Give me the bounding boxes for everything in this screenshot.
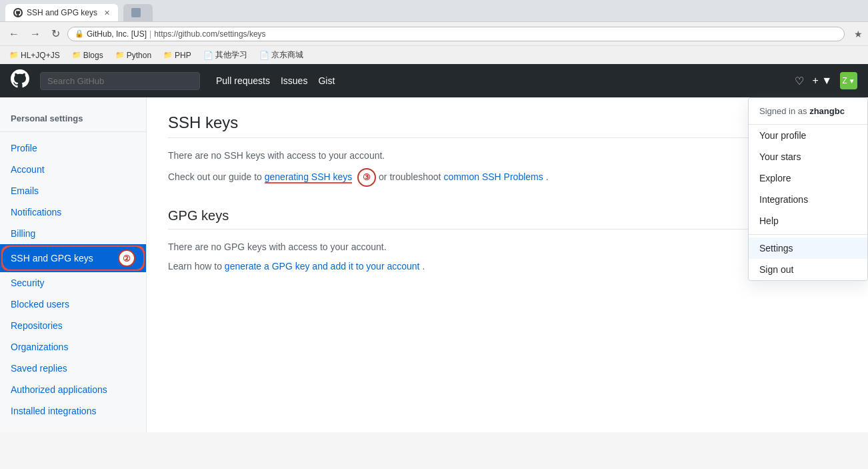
nav-gist[interactable]: Gist [318,75,335,86]
bookmark-jd[interactable]: 📄 京东商城 [255,48,307,62]
active-tab[interactable]: SSH and GPG keys ✕ [5,4,118,21]
bookmark-other[interactable]: 📄 其他学习 [199,48,251,62]
ssh-common-problems-link[interactable]: common SSH Problems [443,171,543,182]
page-content: Personal settings Profile Account Emails… [0,97,868,432]
tab-close-button[interactable]: ✕ [104,9,110,17]
dropdown-explore[interactable]: Explore [749,167,867,189]
url-full: https://github.com/settings/keys [154,29,265,39]
sidebar-item-ssh-gpg-keys[interactable]: SSH and GPG keys ② [0,244,146,272]
page-icon: 📄 [203,51,213,60]
sidebar-item-billing[interactable]: Billing [0,223,146,244]
browser-toolbar: ← → ↻ 🔒 GitHub, Inc. [US] | https://gith… [0,21,868,45]
dropdown-help[interactable]: Help [749,210,867,231]
dropdown-your-profile[interactable]: Your profile [749,125,867,146]
bookmark-php[interactable]: 📁 PHP [159,49,195,61]
sidebar-item-saved-replies[interactable]: Saved replies [0,358,146,379]
sidebar-item-profile[interactable]: Profile [0,137,146,159]
url-origin-display: GitHub, Inc. [US] [87,29,147,39]
bookmark-star-icon[interactable]: ★ [854,29,863,39]
ssh-guide-text: Check out our guide to generating SSH ke… [168,168,847,187]
sidebar-item-installed-integrations[interactable]: Installed integrations [0,400,146,422]
create-new-button[interactable]: + ▼ [812,75,832,87]
nav-issues[interactable]: Issues [281,75,307,86]
sidebar-item-repositories[interactable]: Repositories [0,315,146,336]
user-dropdown-menu: Signed in as zhangbc Your profile Your s… [748,97,868,281]
sidebar-item-account[interactable]: Account [0,159,146,180]
gpg-learn-link[interactable]: generate a GPG key and add it to your ac… [225,261,420,272]
ssh-keys-title: SSH keys [168,113,847,138]
gpg-no-keys-text: There are no GPG keys with access to you… [168,240,847,254]
github-header: Pull requests Issues Gist ♡ + ▼ Z ▼ Sign… [0,64,868,97]
github-search-input[interactable] [40,72,200,90]
header-right: ♡ + ▼ Z ▼ [795,72,857,89]
folder-icon: 📁 [72,51,81,59]
folder-icon: 📁 [163,51,173,59]
dropdown-settings[interactable]: Settings [749,238,867,259]
nav-pull-requests[interactable]: Pull requests [216,75,270,86]
page-icon: 📄 [259,51,269,60]
dropdown-divider [749,234,867,235]
sidebar-item-organizations[interactable]: Organizations [0,336,146,358]
url-separator: | [149,29,151,39]
github-main-nav: Pull requests Issues Gist [216,75,335,86]
avatar-letter: Z [842,76,847,85]
back-button[interactable]: ← [5,27,23,41]
folder-icon: 📁 [115,51,125,59]
dropdown-username: zhangbc [809,106,845,116]
tab-favicon [13,8,23,17]
folder-icon: 📁 [9,51,19,59]
ssh-no-keys-text: There are no SSH keys with access to you… [168,149,847,163]
sidebar-item-security[interactable]: Security [0,272,146,294]
notifications-bell-button[interactable]: ♡ [795,75,804,87]
dropdown-your-stars[interactable]: Your stars [749,146,867,167]
sidebar-item-authorized-applications[interactable]: Authorized applications [0,379,146,400]
github-logo[interactable] [11,69,29,92]
dropdown-sign-out[interactable]: Sign out [749,259,867,280]
ssh-guide-link[interactable]: generating SSH keys [265,171,353,183]
refresh-button[interactable]: ↻ [48,26,63,41]
user-avatar[interactable]: Z ▼ [840,72,857,89]
sidebar-header: Personal settings [0,108,146,132]
annotation-2-circle: ② [118,250,135,267]
url-actions: ★ [854,29,863,39]
sidebar: Personal settings Profile Account Emails… [0,97,147,432]
browser-chrome: SSH and GPG keys ✕ ← → ↻ 🔒 GitHub, Inc. … [0,0,868,64]
bookmark-hljqjs[interactable]: 📁 HL+JQ+JS [5,49,64,61]
gpg-keys-title: GPG keys [168,208,847,229]
inactive-tab[interactable] [123,4,153,21]
url-bar[interactable]: 🔒 GitHub, Inc. [US] | https://github.com… [67,27,845,41]
bookmarks-bar: 📁 HL+JQ+JS 📁 Blogs 📁 Python 📁 PHP 📄 其他学习… [0,45,868,64]
browser-titlebar: SSH and GPG keys ✕ [0,0,868,21]
tab-title: SSH and GPG keys [27,8,97,17]
github-app: Pull requests Issues Gist ♡ + ▼ Z ▼ Sign… [0,64,868,432]
dropdown-signed-in-text: Signed in as zhangbc [749,98,867,125]
bookmark-python[interactable]: 📁 Python [111,49,155,61]
bookmark-blogs[interactable]: 📁 Blogs [68,49,107,61]
sidebar-item-emails[interactable]: Emails [0,180,146,201]
sidebar-item-notifications[interactable]: Notifications [0,201,146,223]
gpg-learn-text: Learn how to generate a GPG key and add … [168,260,847,274]
annotation-3-circle: ③ [357,168,376,187]
sidebar-item-blocked-users[interactable]: Blocked users [0,294,146,315]
lock-icon: 🔒 [75,29,84,38]
forward-button[interactable]: → [27,27,44,41]
dropdown-integrations[interactable]: Integrations [749,189,867,210]
